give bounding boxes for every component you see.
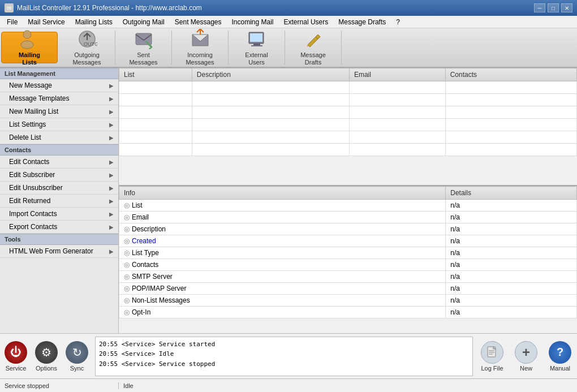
arrow-icon: ▶ (109, 159, 114, 165)
arrow-icon: ▶ (109, 224, 114, 230)
menu-help[interactable]: ? (391, 17, 404, 27)
menu-sent-messages[interactable]: Sent Messages (170, 17, 226, 27)
manual-button[interactable]: ? Manual (545, 341, 575, 372)
table-row[interactable] (119, 131, 577, 144)
toolbar-incoming-messages[interactable]: IncomingMessages (172, 31, 229, 64)
sidebar-item-edit-returned[interactable]: Edit Returned ▶ (0, 195, 118, 208)
svg-point-0 (23, 31, 31, 38)
service-icon: ⏻ (5, 341, 27, 364)
svg-text:OUTG: OUTG (84, 41, 97, 47)
sidebar-item-edit-unsubscriber[interactable]: Edit Unsubscriber ▶ (0, 182, 118, 195)
log-entry-3: 20:55 <Service> Service stopped (99, 359, 469, 369)
svg-rect-4 (136, 33, 152, 45)
minimize-button[interactable]: ─ (534, 3, 545, 12)
arrow-icon: ▶ (109, 248, 114, 255)
info-row-non-list: ◎Non-List Messages n/a (119, 295, 577, 307)
toolbar-outgoing-messages[interactable]: OUTG OutgoingMessages (59, 31, 115, 64)
sent-messages-label: SentMessages (129, 51, 157, 66)
app-icon: ✉ (5, 3, 14, 12)
sidebar-item-export-contacts[interactable]: Export Contacts ▶ (0, 221, 118, 234)
new-icon: + (515, 341, 537, 364)
titlebar: ✉ MailList Controller 12.91 Professional… (0, 0, 577, 16)
info-row-pop-imap: ◎POP/IMAP Server n/a (119, 283, 577, 295)
menu-external-users[interactable]: External Users (279, 17, 333, 27)
sidebar-item-delete-list[interactable]: Delete List ▶ (0, 131, 118, 144)
incoming-messages-label: IncomingMessages (186, 51, 214, 66)
sidebar-item-message-templates[interactable]: Message Templates ▶ (0, 92, 118, 105)
info-row-list-type: ◎List Type n/a (119, 247, 577, 259)
info-table: Info Details ◎List n/a ◎Email n/a ◎Descr… (119, 186, 577, 318)
service-button[interactable]: ⏻ Service (2, 341, 29, 372)
table-row[interactable] (119, 81, 577, 94)
info-icon: ◎ (124, 225, 130, 233)
toolbar-external-users[interactable]: ExternalUsers (229, 31, 285, 64)
arrow-icon: ▶ (109, 96, 114, 102)
menu-mail-service[interactable]: Mail Service (23, 17, 69, 27)
sidebar-item-html-web-form[interactable]: HTML Web Form Generator ▶ (0, 245, 118, 258)
manual-icon: ? (549, 341, 571, 364)
info-icon: ◎ (124, 261, 130, 269)
sidebar-item-edit-contacts[interactable]: Edit Contacts ▶ (0, 156, 118, 169)
incoming-messages-icon (189, 29, 212, 49)
sent-messages-icon (132, 29, 155, 49)
sidebar-item-list-settings[interactable]: List Settings ▶ (0, 118, 118, 131)
service-label: Service (6, 365, 27, 372)
sidebar-item-edit-subscriber[interactable]: Edit Subscriber ▶ (0, 169, 118, 182)
menu-message-drafts[interactable]: Message Drafts (334, 17, 390, 27)
menu-incoming-mail[interactable]: Incoming Mail (227, 17, 278, 27)
maximize-button[interactable]: □ (548, 3, 559, 12)
section-contacts: Contacts (0, 144, 118, 156)
sidebar: List Management New Message ▶ Message Te… (0, 68, 119, 333)
main-layout: List Management New Message ▶ Message Te… (0, 68, 577, 333)
arrow-icon: ▶ (109, 109, 114, 115)
toolbar: MailingLists OUTG OutgoingMessages SentM… (0, 28, 577, 68)
menu-outgoing-mail[interactable]: Outgoing Mail (118, 17, 169, 27)
col-description: Description (192, 68, 349, 81)
info-row-smtp: ◎SMTP Server n/a (119, 271, 577, 283)
info-icon: ◎ (124, 273, 130, 281)
log-entry-2: 20:55 <Service> Idle (99, 349, 469, 359)
table-row[interactable] (119, 94, 577, 106)
table-row[interactable] (119, 119, 577, 131)
sync-button[interactable]: ↻ Sync (63, 341, 91, 372)
arrow-icon: ▶ (109, 172, 114, 178)
info-row-contacts: ◎Contacts n/a (119, 259, 577, 271)
status-service: Service stopped (0, 382, 119, 389)
sidebar-item-import-contacts[interactable]: Import Contacts ▶ (0, 208, 118, 221)
options-button[interactable]: ⚙ Options (33, 341, 60, 372)
info-row-email: ◎Email n/a (119, 212, 577, 223)
mailing-lists-label: MailingLists (19, 51, 40, 66)
info-icon: ◎ (124, 249, 130, 257)
statusbar: Service stopped Idle (0, 378, 577, 392)
table-row[interactable] (119, 106, 577, 119)
info-icon: ◎ (124, 201, 130, 209)
arrow-icon: ▶ (109, 83, 114, 89)
toolbar-sent-messages[interactable]: SentMessages (115, 31, 172, 64)
toolbar-message-drafts[interactable]: MessageDrafts (285, 31, 342, 64)
menu-file[interactable]: File (2, 17, 22, 27)
external-users-icon (246, 29, 268, 49)
close-button[interactable]: ✕ (561, 3, 572, 12)
sidebar-item-new-message[interactable]: New Message ▶ (0, 79, 118, 92)
sidebar-item-new-mailing-list[interactable]: New Mailing List ▶ (0, 105, 118, 118)
arrow-icon: ▶ (109, 211, 114, 217)
log-area: 20:55 <Service> Service started 20:55 <S… (95, 337, 473, 376)
menu-mailing-lists[interactable]: Mailing Lists (71, 17, 117, 27)
mailing-lists-icon (18, 29, 41, 49)
new-button[interactable]: + New (511, 341, 541, 372)
table-row[interactable] (119, 144, 577, 156)
bottom-panel: ⏻ Service ⚙ Options ↻ Sync 20:55 <Servic… (0, 333, 577, 378)
log-file-icon (481, 341, 503, 364)
info-icon: ◎ (124, 308, 130, 316)
content-area: List Description Email Contacts (119, 68, 577, 333)
info-row-description: ◎Description n/a (119, 223, 577, 235)
log-file-button[interactable]: Log File (477, 341, 507, 372)
toolbar-mailing-lists[interactable]: MailingLists (1, 32, 58, 63)
mailing-lists-table-container: List Description Email Contacts (119, 68, 577, 186)
titlebar-text: MailList Controller 12.91 Professional -… (17, 4, 202, 12)
message-drafts-icon (302, 29, 325, 49)
titlebar-title: ✉ MailList Controller 12.91 Professional… (5, 3, 202, 12)
new-label: New (520, 365, 532, 372)
svg-rect-6 (250, 33, 262, 42)
arrow-icon: ▶ (109, 185, 114, 191)
